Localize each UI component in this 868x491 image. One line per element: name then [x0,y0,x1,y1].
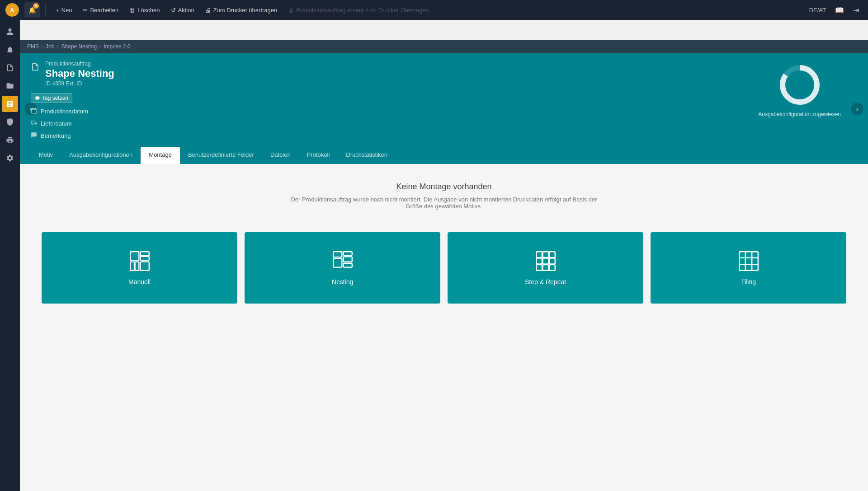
language-button[interactable]: DE/AT [806,5,830,15]
nesting-label: Nesting [332,278,353,285]
no-montage-title: Keine Montage vorhanden [29,182,859,192]
tab-protokoll[interactable]: Protokoll [299,147,338,164]
manuell-card[interactable]: Manuell [42,232,237,304]
breadcrumb-pms[interactable]: PMS [27,43,39,50]
svg-rect-6 [135,262,139,271]
next-arrow-button[interactable]: › [851,103,863,115]
drucker2-label: Produktionsauftrag erneut zum Drucker üb… [296,7,429,14]
sidebar-item-print[interactable] [2,132,18,148]
breadcrumb-job[interactable]: Job [46,43,54,50]
header-id: ID 4359 Ext. ID [45,80,114,87]
header-top: Produktionsauftrag Shape Nesting ID 4359… [31,61,857,87]
aktion-label: Aktion [178,7,194,14]
trash-icon: 🗑 [129,7,135,14]
loschen-button[interactable]: 🗑 Löschen [125,4,164,16]
donut-label: Ausgabekonfiguration zugewiesen [758,111,841,117]
svg-rect-10 [333,252,342,257]
delivery-icon [31,120,37,127]
drucker-button[interactable]: 🖨 Zum Drucker übertragen [201,4,282,16]
lieferdatum-row: Lieferdatum [31,120,857,127]
header-area: ‹ › Produktionsauftrag Shape Nesting ID … [20,53,868,164]
aktion-button[interactable]: ↺ Aktion [166,4,199,16]
svg-rect-11 [333,258,342,267]
no-montage-desc: Der Produktionsauftrag wurde noch nicht … [286,196,602,210]
svg-rect-14 [343,263,352,267]
sidebar-item-settings[interactable] [2,150,18,166]
notification-button[interactable]: 🔔 5 [24,2,40,18]
svg-rect-8 [140,257,149,261]
bearbeiten-button[interactable]: ✏ Bearbeiten [78,4,123,16]
svg-rect-22 [542,265,548,271]
svg-rect-9 [140,262,149,271]
sidebar-item-user[interactable] [2,23,18,40]
content-area: Keine Montage vorhanden Der Produktionsa… [20,164,868,491]
manuell-icon [129,250,151,272]
produktionsdatum-label: Produktionsdatum [41,108,88,115]
breadcrumb-impose[interactable]: Impose 2.0 [104,43,130,50]
drucker-label: Zum Drucker übertragen [213,7,278,14]
svg-rect-20 [549,258,555,264]
breadcrumb: PMS > Job > Shape Nesting > Impose 2.0 [20,40,868,53]
lieferdatum-label: Lieferdatum [41,120,72,127]
header-doc-icon [31,62,40,73]
svg-rect-23 [549,265,555,271]
refresh-icon: ↺ [171,7,176,14]
breadcrumb-shape-nesting[interactable]: Shape Nesting [61,43,97,50]
top-navbar: A 🔔 5 + Neu ✏ Bearbeiten 🗑 Löschen ↺ Akt… [0,0,868,20]
page-title: Shape Nesting [45,68,114,79]
tag-setzen-label: Tag setzen [42,95,68,101]
neu-label: Neu [61,7,72,14]
tabs-bar: Motiv Ausgabekonfigurationen Montage Ben… [20,147,857,164]
tab-motiv[interactable]: Motiv [31,147,61,164]
svg-rect-18 [536,258,542,264]
cards-grid: Manuell Nesting [38,232,850,304]
tag-setzen-button[interactable]: Tag setzen [31,93,72,103]
svg-rect-24 [739,252,758,271]
sidebar-item-document[interactable] [2,60,18,76]
comment-icon [31,132,37,140]
tab-druckstatistiken[interactable]: Druckstatistiken [338,147,396,164]
tiling-icon [738,250,760,272]
svg-point-3 [788,73,811,97]
help-button[interactable]: 📖 [831,4,848,16]
svg-rect-5 [130,262,134,271]
svg-rect-15 [536,252,542,257]
separator [45,5,46,15]
svg-rect-7 [140,252,149,256]
tab-ausgabe[interactable]: Ausgabekonfigurationen [61,147,141,164]
produktionsauftrag-label: Produktionsauftrag [45,61,114,67]
donut-chart [777,62,822,108]
tiling-label: Tiling [741,278,756,285]
sidebar-item-badge[interactable] [2,114,18,130]
drucker2-button[interactable]: 🖨 Produktionsauftrag erneut zum Drucker … [283,4,433,16]
calendar-icon [31,108,37,115]
svg-rect-13 [343,257,352,262]
printer-icon: 🖨 [205,7,211,14]
user-avatar[interactable]: A [5,3,19,17]
no-montage-section: Keine Montage vorhanden Der Produktionsa… [20,164,868,232]
breadcrumb-sep-2: > [56,43,59,50]
plus-icon: + [56,7,59,14]
neu-button[interactable]: + Neu [51,4,76,16]
tab-benutzerdefinierte[interactable]: Benutzerdefinierte Felder [180,147,262,164]
breadcrumb-sep-3: > [99,43,102,50]
donut-area: Ausgabekonfiguration zugewiesen [758,62,841,117]
printer2-icon: 🖨 [288,7,294,14]
nesting-card[interactable]: Nesting [245,232,440,304]
logout-button[interactable]: ⇥ [849,4,863,16]
tiling-card[interactable]: Tiling [651,232,846,304]
bemerkung-label: Bemerkung [41,132,71,139]
header-title-block: Produktionsauftrag Shape Nesting ID 4359… [45,61,114,87]
produktionsdatum-row: Produktionsdatum [31,108,857,115]
left-sidebar [0,20,20,491]
sidebar-item-orders[interactable] [2,96,18,112]
tab-montage[interactable]: Montage [141,147,180,164]
breadcrumb-sep-1: > [41,43,44,50]
tab-dateien[interactable]: Dateien [262,147,299,164]
loschen-label: Löschen [137,7,160,14]
svg-rect-21 [536,265,542,271]
manuell-label: Manuell [128,278,151,285]
sidebar-item-folder[interactable] [2,78,18,94]
sidebar-item-bell[interactable] [2,42,18,58]
step-repeat-card[interactable]: Step & Repeat [448,232,643,304]
